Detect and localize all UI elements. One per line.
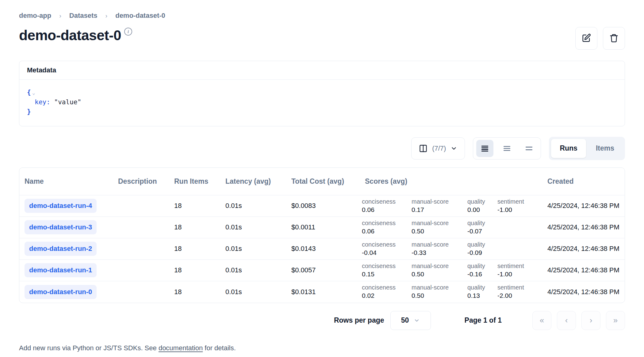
score-item: sentiment -1.00: [497, 198, 544, 213]
table-toolbar: (7/7): [19, 137, 625, 160]
score-item: quality -0.09: [467, 241, 497, 256]
edit-dataset-button[interactable]: [575, 27, 597, 50]
score-name: manual-score: [412, 284, 465, 291]
score-name: conciseness: [362, 284, 409, 291]
latency-cell: 0.01s: [222, 202, 288, 210]
run-name-link[interactable]: demo-dataset-run-2: [25, 242, 97, 256]
score-value: 0.15: [362, 270, 409, 278]
score-item: manual-score 0.50: [412, 263, 467, 278]
collapse-chevron-icon[interactable]: ⌄: [32, 90, 35, 96]
scores-cell: conciseness 0.06 manual-score 0.17 quali…: [362, 198, 544, 213]
row-height-large-button[interactable]: [520, 140, 538, 157]
row-height-small-button[interactable]: [476, 140, 493, 157]
score-value: 0.50: [412, 227, 465, 235]
title-row: demo-dataset-0 i: [19, 27, 625, 50]
pagination-bar: Rows per page 50 Page 1 of 1 « ‹ › »: [19, 311, 625, 330]
score-value: 0.06: [362, 227, 409, 235]
total-cost-cell: $0.0083: [288, 202, 362, 210]
created-cell: 4/25/2024, 12:46:38 PM: [544, 223, 625, 231]
metadata-panel: Metadata {⌄ key: "value" }: [19, 61, 625, 126]
score-item: quality -0.07: [467, 220, 497, 235]
documentation-link[interactable]: documentation: [159, 344, 203, 352]
column-header-run-items: Run Items: [171, 177, 222, 186]
score-name: sentiment: [497, 284, 542, 291]
score-value: 0.50: [412, 292, 465, 299]
score-item: manual-score 0.50: [412, 284, 467, 299]
table-row[interactable]: demo-dataset-run-1 18 0.01s $0.0057 conc…: [19, 260, 625, 281]
json-key: key:: [35, 98, 50, 106]
metadata-json-viewer[interactable]: {⌄ key: "value" }: [19, 80, 625, 126]
created-cell: 4/25/2024, 12:46:38 PM: [544, 202, 625, 210]
table-row[interactable]: demo-dataset-run-0 18 0.01s $0.0131 conc…: [19, 281, 625, 303]
table-body: demo-dataset-run-4 18 0.01s $0.0083 conc…: [19, 195, 625, 303]
scores-cell: conciseness -0.04 manual-score -0.33 qua…: [362, 241, 544, 256]
breadcrumb-current-dataset[interactable]: demo-dataset-0: [115, 12, 165, 20]
row-height-medium-button[interactable]: [498, 140, 516, 157]
run-items-cell: 18: [171, 266, 222, 274]
score-name: sentiment: [497, 198, 542, 205]
score-name: conciseness: [362, 220, 409, 227]
score-item: conciseness 0.02: [362, 284, 412, 299]
run-name-link[interactable]: demo-dataset-run-0: [25, 285, 97, 299]
run-name-link[interactable]: demo-dataset-run-4: [25, 199, 97, 213]
info-icon[interactable]: i: [124, 28, 132, 36]
score-item: quality 0.13: [467, 284, 497, 299]
score-name: sentiment: [497, 263, 542, 270]
runs-table: Name Description Run Items Latency (avg)…: [19, 167, 625, 303]
column-header-scores: Scores (avg): [362, 177, 544, 186]
score-item: sentiment -1.00: [497, 263, 544, 278]
score-value: -2.00: [497, 292, 542, 299]
breadcrumb-project[interactable]: demo-app: [19, 12, 51, 20]
first-page-button[interactable]: «: [532, 311, 551, 330]
run-name-link[interactable]: demo-dataset-run-1: [25, 263, 97, 277]
total-cost-cell: $0.0011: [288, 223, 362, 231]
chevron-down-icon: [414, 317, 420, 324]
tab-items[interactable]: Items: [587, 139, 623, 158]
rows-per-page-select[interactable]: 50: [390, 311, 431, 330]
score-name: quality: [467, 198, 495, 205]
tab-runs[interactable]: Runs: [551, 139, 586, 158]
run-items-cell: 18: [171, 202, 222, 210]
chevrons-right-icon: »: [613, 316, 618, 325]
table-row[interactable]: demo-dataset-run-4 18 0.01s $0.0083 conc…: [19, 195, 625, 217]
table-row[interactable]: demo-dataset-run-3 18 0.01s $0.0011 conc…: [19, 217, 625, 238]
score-item: conciseness -0.04: [362, 241, 412, 256]
scores-cell: conciseness 0.06 manual-score 0.50 quali…: [362, 220, 544, 235]
chevron-right-icon: ›: [105, 12, 108, 19]
score-value: 0.17: [412, 206, 465, 213]
chevron-left-icon: ‹: [565, 316, 568, 325]
column-header-latency: Latency (avg): [222, 177, 288, 186]
last-page-button[interactable]: »: [606, 311, 625, 330]
next-page-button[interactable]: ›: [581, 311, 600, 330]
rows-dense-icon: [481, 144, 489, 152]
rows-sparse-icon: [525, 144, 533, 152]
column-header-name: Name: [19, 177, 115, 186]
score-value: -1.00: [497, 206, 542, 213]
score-name: manual-score: [412, 263, 465, 270]
rows-per-page-value: 50: [401, 316, 409, 324]
created-cell: 4/25/2024, 12:46:38 PM: [544, 245, 625, 253]
sdk-hint-text: Add new runs via Python or JS/TS SDKs. S…: [19, 344, 625, 352]
delete-dataset-button[interactable]: [603, 27, 625, 50]
dataset-page: demo-app › Datasets › demo-dataset-0 dem…: [0, 0, 644, 352]
score-value: 0.02: [362, 292, 409, 299]
breadcrumb: demo-app › Datasets › demo-dataset-0: [19, 12, 625, 20]
breadcrumb-datasets[interactable]: Datasets: [69, 12, 98, 20]
score-item: sentiment -2.00: [497, 284, 544, 299]
column-header-created: Created: [544, 177, 625, 186]
previous-page-button[interactable]: ‹: [557, 311, 576, 330]
column-visibility-dropdown[interactable]: (7/7): [411, 137, 465, 159]
run-name-link[interactable]: demo-dataset-run-3: [25, 220, 97, 234]
score-item: manual-score 0.17: [412, 198, 467, 213]
json-value: "value": [50, 98, 81, 106]
sdk-hint-after: for details.: [203, 344, 236, 352]
page-title: demo-dataset-0: [19, 27, 121, 44]
latency-cell: 0.01s: [222, 223, 288, 231]
run-items-cell: 18: [171, 223, 222, 231]
created-cell: 4/25/2024, 12:46:38 PM: [544, 266, 625, 274]
latency-cell: 0.01s: [222, 245, 288, 253]
table-row[interactable]: demo-dataset-run-2 18 0.01s $0.0143 conc…: [19, 238, 625, 260]
score-name: conciseness: [362, 241, 409, 248]
json-close-brace: }: [27, 108, 31, 115]
score-item: quality -0.16: [467, 263, 497, 278]
